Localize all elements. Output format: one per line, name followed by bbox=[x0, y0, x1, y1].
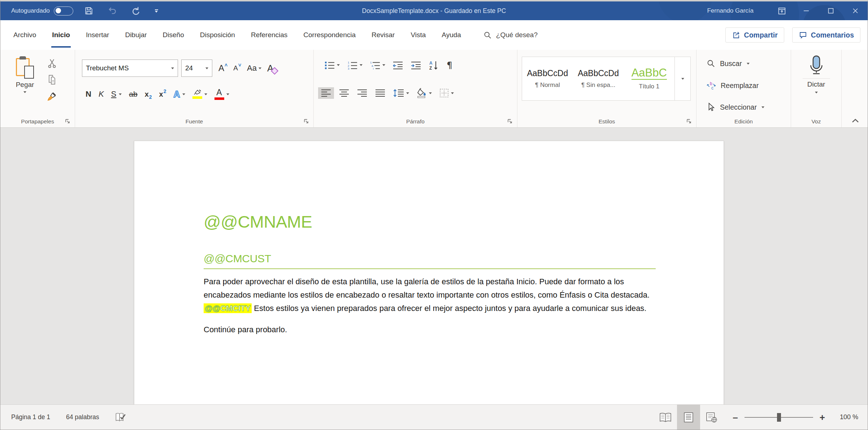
increase-indent-button[interactable] bbox=[408, 59, 424, 71]
dialog-launcher-parrafo[interactable] bbox=[507, 119, 513, 124]
maximize-button[interactable] bbox=[819, 1, 843, 20]
highlight-color-bar bbox=[192, 96, 202, 99]
multilevel-list-button[interactable]: 1 a i bbox=[367, 59, 388, 71]
font-size-combobox[interactable]: 24 bbox=[181, 60, 212, 77]
style-name: Título 1 bbox=[639, 83, 659, 90]
shading-button[interactable] bbox=[414, 87, 434, 100]
bullets-button[interactable] bbox=[322, 59, 342, 71]
sort-button[interactable]: A Z bbox=[426, 59, 442, 72]
minimize-button[interactable] bbox=[794, 1, 819, 20]
copy-button[interactable] bbox=[47, 74, 57, 85]
save-button[interactable] bbox=[84, 6, 94, 16]
doc-paragraph[interactable]: Para poder aprovechar el diseño de esta … bbox=[204, 275, 656, 315]
styles-gallery-more-button[interactable] bbox=[674, 57, 690, 100]
document-page[interactable]: @@CMNAME @@CMCUST Para poder aprovechar … bbox=[134, 141, 724, 404]
ribbon-display-options-button[interactable] bbox=[769, 1, 794, 20]
doc-closing-line[interactable]: Continúe para probarlo. bbox=[204, 323, 656, 336]
autosave-toggle[interactable]: Autoguardado bbox=[11, 6, 73, 16]
superscript-button[interactable]: x2 bbox=[157, 89, 169, 100]
pilcrow-icon: ¶ bbox=[447, 60, 452, 70]
zoom-slider-handle[interactable] bbox=[777, 413, 781, 422]
borders-button[interactable] bbox=[437, 87, 456, 100]
zoom-in-button[interactable]: + bbox=[820, 413, 825, 422]
cut-button[interactable] bbox=[47, 58, 57, 69]
align-center-button[interactable] bbox=[336, 87, 352, 99]
find-button[interactable]: Buscar bbox=[707, 59, 750, 68]
page-indicator[interactable]: Página 1 de 1 bbox=[11, 413, 50, 421]
print-layout-button[interactable] bbox=[677, 405, 700, 430]
dialog-launcher-portapapeles[interactable] bbox=[65, 119, 70, 124]
style-titulo-1[interactable]: AaBbC Título 1 bbox=[624, 57, 674, 100]
minimize-icon bbox=[803, 7, 810, 14]
numbering-button[interactable]: 1 2 3 bbox=[344, 59, 365, 71]
proofing-status-button[interactable] bbox=[115, 412, 127, 422]
comments-button[interactable]: Comentarios bbox=[792, 27, 860, 43]
tab-diseno[interactable]: Diseño bbox=[159, 20, 188, 50]
web-layout-button[interactable] bbox=[700, 405, 723, 430]
underline-button[interactable]: S bbox=[109, 88, 125, 100]
undo-button[interactable] bbox=[107, 6, 117, 16]
read-mode-button[interactable] bbox=[654, 405, 677, 430]
group-edicion: Buscar b c Reemplazar Seleccionar Ed bbox=[696, 50, 791, 127]
highlighted-placeholder[interactable]: @@CMCITY bbox=[204, 303, 252, 313]
close-button[interactable] bbox=[843, 1, 868, 20]
tab-inicio[interactable]: Inicio bbox=[48, 20, 74, 50]
paste-button[interactable]: Pegar bbox=[7, 57, 43, 93]
doc-heading-1[interactable]: @@CMNAME bbox=[204, 212, 656, 232]
style-sin-espaciado[interactable]: AaBbCcDd ¶ Sin espa... bbox=[573, 57, 624, 100]
align-left-button[interactable] bbox=[318, 87, 334, 99]
style-name: ¶ Sin espa... bbox=[581, 82, 615, 89]
doc-heading-2[interactable]: @@CMCUST bbox=[204, 253, 656, 269]
dialog-launcher-estilos[interactable] bbox=[686, 119, 692, 124]
replace-button[interactable]: b c Reemplazar bbox=[707, 81, 759, 90]
font-name-value: Trebuchet MS bbox=[86, 64, 129, 72]
format-painter-icon bbox=[47, 91, 57, 102]
tell-me-search[interactable]: ¿Qué desea? bbox=[483, 31, 538, 39]
tab-dibujar[interactable]: Dibujar bbox=[121, 20, 151, 50]
subscript-button[interactable]: x2 bbox=[142, 89, 155, 100]
tab-vista[interactable]: Vista bbox=[407, 20, 430, 50]
select-button[interactable]: Seleccionar bbox=[707, 102, 764, 112]
italic-button[interactable]: K bbox=[96, 88, 107, 100]
collapse-ribbon-button[interactable] bbox=[852, 118, 859, 123]
zoom-out-button[interactable]: – bbox=[733, 413, 738, 422]
tab-ayuda[interactable]: Ayuda bbox=[438, 20, 465, 50]
font-color-button[interactable]: A bbox=[212, 87, 232, 101]
zoom-slider[interactable] bbox=[745, 417, 813, 418]
redo-button[interactable] bbox=[131, 6, 141, 16]
dialog-launcher-fuente[interactable] bbox=[304, 119, 309, 124]
tab-insertar[interactable]: Insertar bbox=[82, 20, 113, 50]
decrease-indent-button[interactable] bbox=[390, 59, 406, 71]
tab-referencias[interactable]: Referencias bbox=[247, 20, 291, 50]
clear-formatting-button[interactable]: A bbox=[265, 61, 280, 75]
grow-font-button[interactable]: A˄ bbox=[216, 61, 230, 75]
tab-archivo[interactable]: Archivo bbox=[9, 20, 40, 50]
word-count[interactable]: 64 palabras bbox=[66, 413, 99, 421]
align-right-button[interactable] bbox=[354, 87, 370, 99]
text-highlight-button[interactable] bbox=[190, 88, 210, 100]
font-name-combobox[interactable]: Trebuchet MS bbox=[82, 60, 178, 77]
account-user-name[interactable]: Fernando García bbox=[707, 7, 754, 14]
line-spacing-button[interactable] bbox=[390, 87, 412, 99]
shrink-font-button[interactable]: A˅ bbox=[231, 61, 244, 75]
style-normal[interactable]: AaBbCcDd ¶ Normal bbox=[522, 57, 573, 100]
justify-button[interactable] bbox=[372, 87, 388, 99]
tab-revisar[interactable]: Revisar bbox=[368, 20, 399, 50]
bold-button[interactable]: N bbox=[83, 88, 94, 100]
show-marks-button[interactable]: ¶ bbox=[444, 58, 455, 72]
change-case-button[interactable]: Aa bbox=[244, 61, 264, 75]
format-painter-button[interactable] bbox=[47, 91, 57, 102]
style-name: ¶ Normal bbox=[535, 82, 560, 89]
text-effects-button[interactable]: A bbox=[171, 88, 187, 101]
customize-quick-access-button[interactable] bbox=[155, 9, 158, 13]
document-canvas[interactable]: @@CMNAME @@CMCUST Para poder aprovechar … bbox=[0, 128, 868, 404]
paste-dropdown-caret[interactable] bbox=[23, 91, 26, 93]
autosave-switch[interactable] bbox=[54, 6, 73, 16]
tab-correspondencia[interactable]: Correspondencia bbox=[299, 20, 360, 50]
zoom-level[interactable]: 100 % bbox=[832, 413, 858, 421]
dictate-button[interactable]: Dictar bbox=[791, 55, 841, 93]
share-button[interactable]: Compartir bbox=[725, 27, 784, 43]
strikethrough-button[interactable]: ab bbox=[126, 88, 140, 100]
paint-bucket-icon bbox=[416, 88, 427, 98]
tab-disposicion[interactable]: Disposición bbox=[196, 20, 239, 50]
